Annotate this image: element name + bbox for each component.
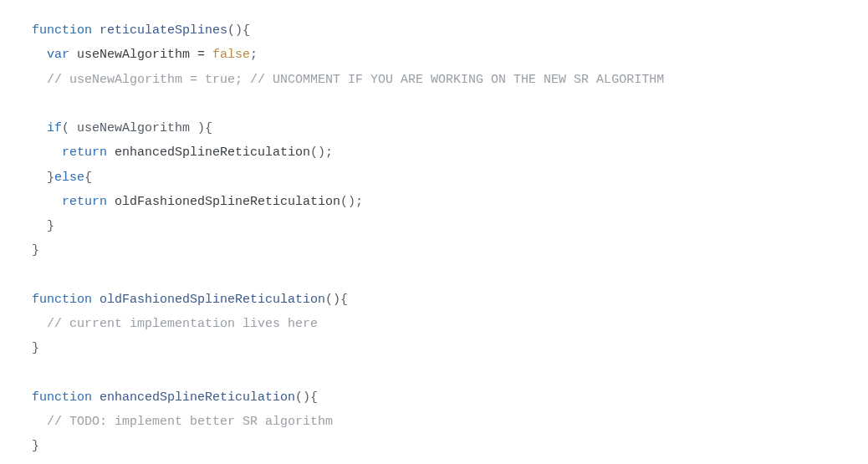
code-line: // current implementation lives here xyxy=(32,317,318,331)
code-token: return xyxy=(62,195,107,209)
code-token xyxy=(92,23,100,38)
code-token: (){ xyxy=(325,293,348,307)
code-line: function enhancedSplineReticulation(){ xyxy=(32,390,318,405)
code-token: else xyxy=(54,171,84,185)
code-token: reticulateSplines xyxy=(100,23,227,38)
code-token: false xyxy=(212,48,250,62)
code-line: // TODO: implement better SR algorithm xyxy=(32,415,333,429)
code-token: var xyxy=(47,48,69,62)
code-token: } xyxy=(32,243,39,257)
code-line: } xyxy=(32,341,39,355)
code-token: useNewAlgorithm = xyxy=(69,48,212,62)
code-line: // useNewAlgorithm = true; // UNCOMMENT … xyxy=(32,73,664,87)
code-token: } xyxy=(32,171,54,185)
code-token: oldFashionedSplineReticulation xyxy=(100,293,325,307)
code-token xyxy=(32,317,47,331)
code-token: function xyxy=(32,293,92,307)
code-line: function reticulateSplines(){ xyxy=(32,23,250,38)
code-token: (); xyxy=(340,195,363,209)
code-token: function xyxy=(32,390,92,405)
code-line: }else{ xyxy=(32,171,92,185)
code-line: } xyxy=(32,243,39,257)
code-line: } xyxy=(32,219,54,233)
code-line: var useNewAlgorithm = false; xyxy=(32,48,258,62)
code-token xyxy=(32,195,62,209)
code-token: ; xyxy=(250,48,258,62)
code-token: ( useNewAlgorithm ){ xyxy=(62,121,212,135)
code-line: } xyxy=(32,439,39,453)
code-token: (){ xyxy=(295,390,318,405)
code-token xyxy=(32,48,47,62)
code-token: if xyxy=(47,121,62,135)
code-token: enhancedSplineReticulation xyxy=(100,390,295,405)
code-token xyxy=(107,145,115,160)
code-line: return enhancedSplineReticulation(); xyxy=(32,145,333,160)
code-token: // useNewAlgorithm = true; // UNCOMMENT … xyxy=(47,73,664,87)
code-token: enhancedSplineReticulation xyxy=(115,145,310,160)
code-token: // TODO: implement better SR algorithm xyxy=(47,415,333,429)
code-line: function oldFashionedSplineReticulation(… xyxy=(32,293,348,307)
code-line: return oldFashionedSplineReticulation(); xyxy=(32,195,363,209)
code-token xyxy=(32,145,62,160)
code-line: if( useNewAlgorithm ){ xyxy=(32,121,212,135)
code-token xyxy=(92,390,100,405)
code-token xyxy=(32,73,47,87)
code-token xyxy=(32,415,47,429)
code-token xyxy=(107,195,115,209)
code-token: } xyxy=(32,439,39,453)
code-token: // current implementation lives here xyxy=(47,317,318,331)
code-token: return xyxy=(62,145,107,160)
code-token: { xyxy=(84,171,92,185)
code-token: oldFashionedSplineReticulation xyxy=(115,195,340,209)
code-token: (); xyxy=(310,145,333,160)
code-token: function xyxy=(32,23,92,38)
code-token xyxy=(92,293,100,307)
code-token: } xyxy=(32,341,39,355)
code-block: function reticulateSplines(){ var useNew… xyxy=(32,18,836,459)
code-token: (){ xyxy=(227,23,250,38)
code-token: } xyxy=(32,219,54,233)
code-token xyxy=(32,121,47,135)
